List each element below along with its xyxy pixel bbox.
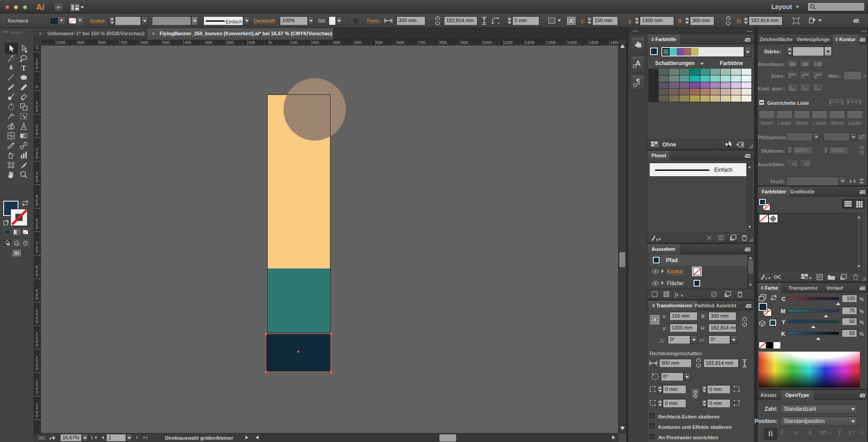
svg-text:T: T: [21, 64, 26, 72]
